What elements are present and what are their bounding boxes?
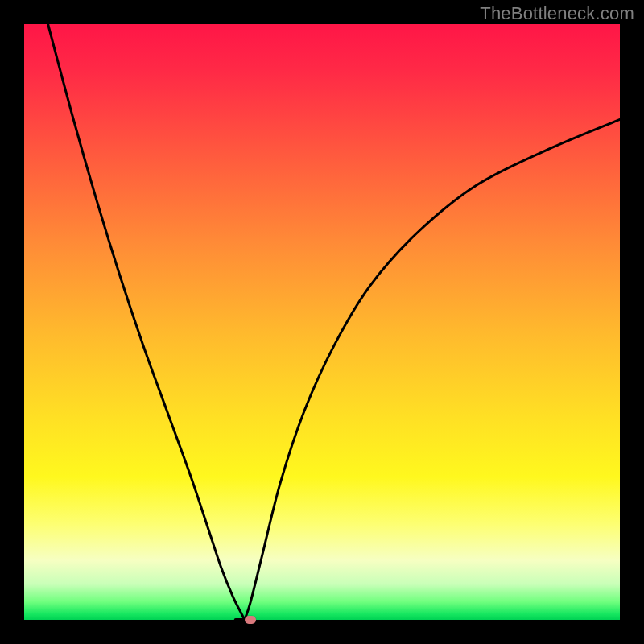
vertex-marker (245, 616, 256, 624)
chart-frame: TheBottleneck.com (0, 0, 644, 644)
curve-right-branch (245, 119, 620, 620)
bottleneck-curve (24, 24, 620, 620)
curve-left-branch (48, 24, 245, 620)
watermark-text: TheBottleneck.com (480, 3, 634, 24)
plot-area (24, 24, 620, 620)
